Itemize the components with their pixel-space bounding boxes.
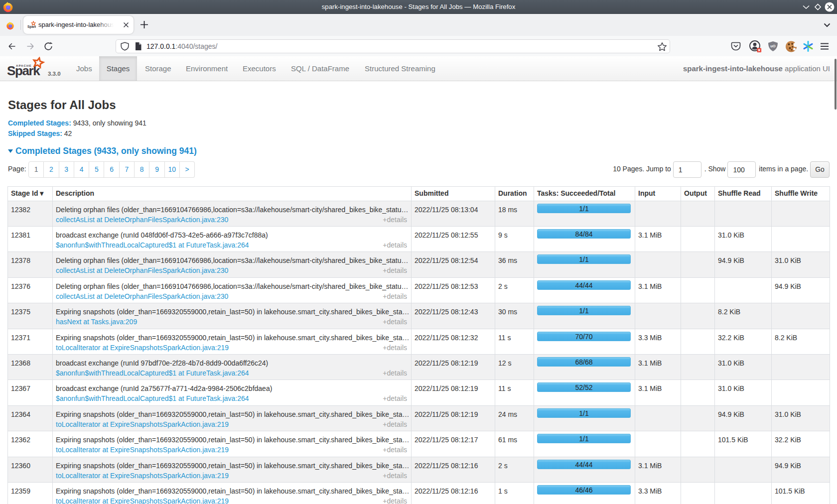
svg-text:uO: uO [770,44,776,48]
